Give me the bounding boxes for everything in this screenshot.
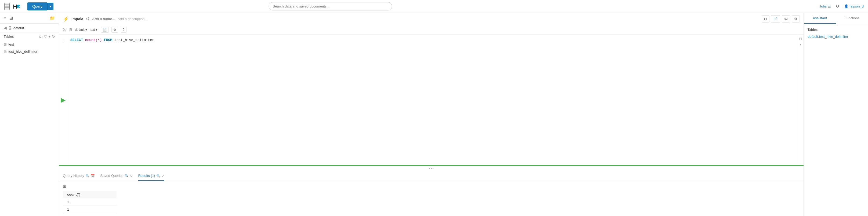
right-sidebar-tabs: Assistant Functions xyxy=(804,13,868,24)
editor-toolbar: ⚡ Impala ↺ Add a name... Add a descripti… xyxy=(59,13,804,25)
tables-filter-button[interactable]: ▽ xyxy=(44,35,47,39)
query-history-calendar-icon: 📅 xyxy=(91,174,95,178)
table-name-label: test_hive_delimiter xyxy=(8,49,37,53)
results-grid-icon[interactable]: ⊞ xyxy=(63,184,66,189)
tables-refresh-button[interactable]: ↻ xyxy=(52,35,55,39)
table-row: 1 xyxy=(63,198,117,206)
tab-query-history[interactable]: Query History 🔍 📅 xyxy=(63,171,95,181)
impala-icon: ⚡ xyxy=(63,16,69,22)
left-sidebar: ≡ ⊞ 📁 ◀ 🗄 default Tables (2) ▽ + ↻ ⊞ tes… xyxy=(0,13,59,216)
side-split-button[interactable]: ⊟ xyxy=(799,37,802,41)
table-grid-icon: ⊞ xyxy=(4,49,7,53)
status-db-dropdown[interactable]: default ▾ xyxy=(75,28,87,32)
status-format-dropdown[interactable]: text ▾ xyxy=(90,28,97,32)
navbar-right: Jobs ☰ ↺ 👤 fayson_d xyxy=(819,4,864,9)
results-content: ⊞ count(*) 1 1 xyxy=(59,181,804,216)
table-row[interactable]: ⊞ test xyxy=(0,41,59,48)
rs-tables-section-title: Tables xyxy=(808,28,864,32)
table-row-index: 1 xyxy=(63,198,117,206)
search-bar xyxy=(269,2,392,10)
code-editor: 1 SELECT count(*) FROM test_hive_delimit… xyxy=(59,35,804,165)
sql-code-content[interactable]: SELECT count(*) FROM test_hive_delimiter xyxy=(67,35,797,165)
editor-top-bar: 0s 🗄 default ▾ text ▾ 📄 ⚙ ? xyxy=(59,25,804,35)
status-db-label: default xyxy=(75,28,85,32)
editor-toolbar-right: ⊡ 📄 🏷 ⚙ xyxy=(762,15,800,23)
editor-status-help-btn[interactable]: ? xyxy=(121,27,126,33)
side-chevron-button[interactable]: ▾ xyxy=(800,42,801,46)
user-menu-button[interactable]: 👤 fayson_d xyxy=(844,4,864,8)
right-sidebar: Assistant Functions Tables default.test_… xyxy=(804,13,868,216)
undo-button[interactable]: ↺ xyxy=(86,16,89,22)
tables-count-badge: (2) xyxy=(39,35,42,38)
right-tab-assistant[interactable]: Assistant xyxy=(804,13,836,24)
doc-icon-button[interactable]: 📄 xyxy=(771,15,780,23)
main-layout: ≡ ⊞ 📁 ◀ 🗄 default Tables (2) ▽ + ↻ ⊞ tes… xyxy=(0,13,868,216)
query-history-label: Query History xyxy=(63,174,84,178)
menu-hamburger-button[interactable]: ☰ xyxy=(4,3,10,10)
status-time: 0s xyxy=(63,28,66,32)
sidebar-layers-icon[interactable]: ≡ xyxy=(4,16,6,21)
query-main-button[interactable]: Query xyxy=(27,2,47,10)
rs-table-item[interactable]: default.test_hive_delimiter xyxy=(808,34,864,39)
svg-text:H: H xyxy=(13,3,17,10)
save-icon-button[interactable]: ⊡ xyxy=(762,15,769,23)
line-number: 1 xyxy=(61,37,65,43)
right-sidebar-content: Tables default.test_hive_delimiter xyxy=(804,24,868,43)
tables-actions: ▽ + ↻ xyxy=(44,35,55,39)
db-icon: 🗄 xyxy=(8,26,12,30)
sidebar-folder-icon[interactable]: 📁 xyxy=(50,15,55,21)
editor-side-controls: ⊟ ▾ xyxy=(797,35,804,165)
query-history-search-icon: 🔍 xyxy=(85,174,89,178)
jobs-label: Jobs xyxy=(819,4,827,8)
navbar: ☰ H ue Query ▾ Jobs ☰ ↺ 👤 fayson_d xyxy=(0,0,868,13)
table-row[interactable]: ⊞ test_hive_delimiter xyxy=(0,48,59,55)
results-table: count(*) 1 1 xyxy=(63,191,117,213)
user-name-label: fayson_d xyxy=(849,4,864,8)
add-name-button[interactable]: Add a name... xyxy=(92,17,115,21)
search-input[interactable] xyxy=(269,2,392,10)
status-format-label: text xyxy=(90,28,95,32)
center-content: ⚡ Impala ↺ Add a name... Add a descripti… xyxy=(59,13,804,216)
results-toolbar: ⊞ xyxy=(63,184,800,189)
status-db-chevron: ▾ xyxy=(85,28,87,32)
impala-label: Impala xyxy=(71,17,83,21)
svg-text:ue: ue xyxy=(18,5,21,8)
right-tab-functions[interactable]: Functions xyxy=(836,13,868,24)
settings-icon-button[interactable]: ⚙ xyxy=(792,15,800,23)
table-grid-icon: ⊞ xyxy=(4,42,7,46)
table-row-value: 1 xyxy=(63,206,117,213)
database-selector[interactable]: ◀ 🗄 default xyxy=(0,24,59,32)
results-expand-icon: ⤢ xyxy=(162,174,164,178)
results-column-header: count(*) xyxy=(63,191,117,198)
run-query-button[interactable]: ▶ xyxy=(61,96,65,104)
tab-results[interactable]: Results (1) 🔍 ⤢ xyxy=(138,171,164,181)
query-button-group: Query ▾ xyxy=(27,2,54,10)
jobs-button[interactable]: Jobs ☰ xyxy=(819,4,831,8)
results-area: • • • Query History 🔍 📅 Saved Queries 🔍 … xyxy=(59,165,804,216)
tab-saved-queries[interactable]: Saved Queries 🔍 ↻ xyxy=(100,171,133,181)
db-back-arrow[interactable]: ◀ xyxy=(4,26,7,30)
results-search-icon: 🔍 xyxy=(156,174,160,178)
add-description-button[interactable]: Add a description... xyxy=(118,17,148,21)
saved-queries-search-icon: 🔍 xyxy=(125,174,129,178)
db-icon-small: 🗄 xyxy=(69,28,72,32)
tables-header: Tables (2) ▽ + ↻ xyxy=(0,32,59,41)
editor-status-gear-btn[interactable]: ⚙ xyxy=(112,27,118,33)
query-dropdown-button[interactable]: ▾ xyxy=(47,3,54,10)
jobs-icon: ☰ xyxy=(828,4,831,8)
saved-queries-refresh-icon: ↻ xyxy=(130,174,133,178)
results-tabs: Query History 🔍 📅 Saved Queries 🔍 ↻ Resu… xyxy=(59,171,804,181)
db-name-label: default xyxy=(13,26,24,30)
tables-add-button[interactable]: + xyxy=(48,35,51,39)
table-row: 1 xyxy=(63,206,117,213)
app-logo: H ue xyxy=(13,2,22,11)
sidebar-grid-icon[interactable]: ⊞ xyxy=(9,15,13,21)
tables-section-label: Tables xyxy=(4,35,37,39)
tag-icon-button[interactable]: 🏷 xyxy=(782,15,790,23)
sidebar-top-icons: ≡ ⊞ 📁 xyxy=(0,13,59,24)
status-format-chevron: ▾ xyxy=(96,28,97,32)
results-label: Results (1) xyxy=(138,174,155,178)
results-drag-handle[interactable]: • • • xyxy=(59,166,804,171)
history-button[interactable]: ↺ xyxy=(836,4,839,9)
editor-status-doc-btn[interactable]: 📄 xyxy=(101,27,109,33)
